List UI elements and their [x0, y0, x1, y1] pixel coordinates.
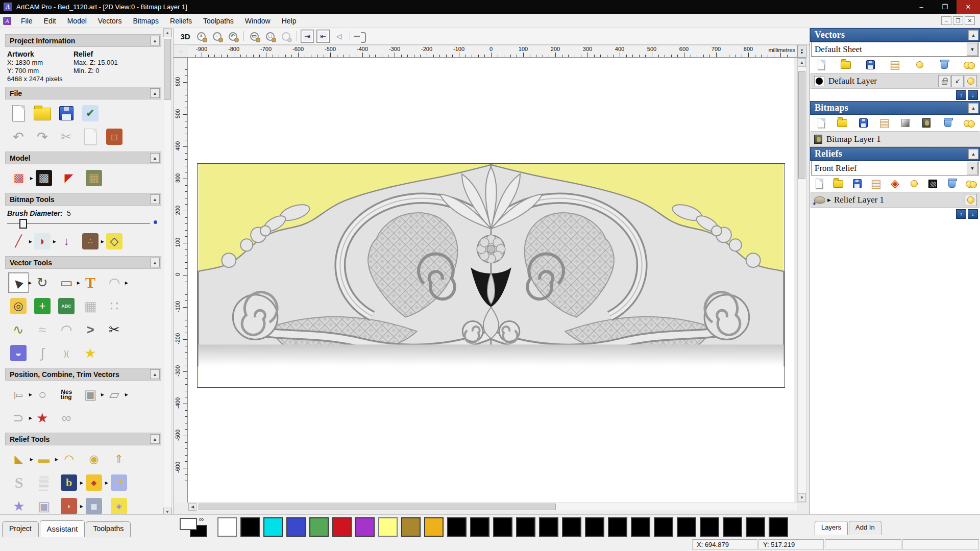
brush-diameter-slider[interactable]	[7, 218, 157, 229]
offset-vectors-button[interactable]: ◒	[8, 343, 29, 363]
create-vector-text-button[interactable]: ABC	[56, 296, 77, 316]
collapse-section-button[interactable]: ▲	[150, 194, 160, 204]
primary-colour[interactable]	[180, 518, 197, 530]
merge-relief-layers-button[interactable]: ▤	[870, 178, 882, 190]
zoom-to-box-button[interactable]: ▭	[248, 30, 261, 43]
zoom-to-selection-button[interactable]	[279, 30, 292, 43]
collapse-section-button[interactable]: ▲	[150, 36, 160, 45]
new-vector-layer-button[interactable]	[815, 59, 827, 71]
lock-layer-button[interactable]	[938, 75, 950, 87]
save-relief-layer-button[interactable]	[851, 178, 863, 190]
texture-relief-button[interactable]: ▦	[83, 495, 105, 517]
tab-toolpaths[interactable]: Toolpaths	[86, 521, 131, 537]
paste-along-curve-button[interactable]: ∷	[104, 296, 125, 316]
flyout-arrow-icon[interactable]: ▶	[29, 281, 32, 285]
vertical-scrollbar[interactable]: ▲ ▼	[797, 58, 806, 503]
envelope-distortion-button[interactable]: ▦	[80, 296, 101, 316]
create-star-button[interactable]: ★	[80, 343, 101, 363]
zero-plane-button[interactable]: ▬▶	[33, 448, 55, 470]
sheet-dropdown[interactable]: Default Sheet ▼	[811, 42, 979, 57]
mdi-close-button[interactable]: ✕	[965, 16, 975, 25]
scrollbar-thumb[interactable]	[199, 504, 556, 510]
palette-swatch-4[interactable]	[309, 517, 329, 537]
tab-add-in[interactable]: Add In	[849, 521, 881, 535]
scroll-left-button[interactable]: ◀	[188, 503, 197, 511]
mdi-restore-button[interactable]: ❐	[953, 16, 963, 25]
carve-relief-button[interactable]: ◗▶	[58, 495, 80, 517]
weave-wizard-button[interactable]: ▒	[33, 472, 55, 493]
ruler-options-button[interactable]: ▼▼	[797, 45, 806, 58]
palette-swatch-10[interactable]	[447, 517, 467, 537]
create-arc-button[interactable]: >	[80, 319, 101, 340]
relief-layer-row[interactable]: ▶ Relief Layer 1	[811, 192, 979, 208]
palette-swatch-9[interactable]	[424, 517, 444, 537]
star-wizard-button[interactable]: ★	[8, 495, 30, 517]
maximize-button[interactable]: ❐	[933, 0, 957, 14]
layer-visibility-button[interactable]	[965, 194, 977, 206]
merge-vector-layers-button[interactable]: ▤	[889, 59, 901, 71]
palette-swatch-12[interactable]	[493, 517, 512, 537]
model-options-button[interactable]: ✔	[80, 103, 101, 123]
link-colours-icon[interactable]: ∞	[199, 515, 204, 523]
tab-assistant[interactable]: Assistant	[40, 520, 85, 537]
paste-button[interactable]: ▤	[104, 127, 125, 147]
relief-thumbnail-button[interactable]	[927, 178, 939, 190]
flyout-arrow-icon[interactable]: ▶	[125, 281, 128, 285]
join-vectors-button[interactable]: ⊃▶	[8, 408, 29, 428]
bitmap-layer-row[interactable]: Bitmap Layer 1	[811, 131, 979, 147]
wrap-relief-button[interactable]: ↷	[108, 472, 130, 493]
open-bitmap-layer-button[interactable]	[836, 117, 848, 129]
menu-model[interactable]: Model	[62, 15, 92, 27]
vector-layer-row[interactable]: Default Layer ↙	[811, 73, 979, 89]
snap-layer-button[interactable]: ↙	[951, 75, 964, 87]
shape-editor-button[interactable]: b▶	[58, 472, 80, 493]
move-layer-up-button[interactable]: ↑	[956, 209, 966, 219]
expand-arrow-icon[interactable]: ▶	[827, 197, 831, 203]
collapse-section-button[interactable]: ▲	[150, 153, 160, 163]
cut-button[interactable]: ✂	[56, 127, 77, 147]
zoom-previous-button[interactable]: ↶	[226, 30, 239, 43]
bitmap-to-vector-button[interactable]: ◇	[104, 231, 125, 252]
open-model-button[interactable]	[32, 103, 53, 123]
palette-swatch-5[interactable]	[332, 517, 352, 537]
offset-relief-button[interactable]: ◆▶	[83, 472, 105, 493]
slider-handle[interactable]	[19, 219, 27, 229]
menu-window[interactable]: Window	[239, 15, 276, 27]
copy-relief-button[interactable]: ▣	[33, 495, 55, 517]
collapse-section-button[interactable]: ▲	[150, 88, 160, 98]
slider-track[interactable]	[7, 223, 150, 224]
flyout-arrow-icon[interactable]: ▶	[125, 392, 128, 397]
lighting-material-button[interactable]: ◤	[58, 167, 80, 189]
palette-swatch-17[interactable]	[608, 517, 627, 537]
relief-set-dropdown[interactable]: Front Relief ▼	[811, 161, 979, 176]
new-model-button[interactable]	[8, 103, 29, 123]
paint-brush-button[interactable]: ╱▶	[8, 231, 29, 252]
palette-swatch-6[interactable]	[355, 517, 375, 537]
menu-file[interactable]: File	[15, 15, 38, 27]
collapse-section-button[interactable]: ▲	[968, 103, 978, 113]
copy-button[interactable]	[80, 127, 101, 147]
nesting-button[interactable]: Nesting	[56, 384, 77, 405]
dropdown-arrow-icon[interactable]: ▼	[967, 162, 978, 174]
zoom-to-fit-button[interactable]: □	[263, 30, 277, 43]
palette-swatch-21[interactable]	[700, 517, 719, 537]
calculate-relief-button[interactable]: ◣▶	[8, 448, 30, 470]
scrollbar-thumb[interactable]	[164, 39, 171, 100]
delete-relief-layer-button[interactable]	[946, 178, 958, 190]
palette-swatch-0[interactable]	[217, 517, 237, 537]
redo-button[interactable]: ↷	[32, 127, 53, 147]
sculpt-smooth-button[interactable]: S	[8, 472, 30, 493]
transform-vectors-button[interactable]: ↻	[32, 272, 53, 293]
horizontal-scrollbar[interactable]: ◀	[188, 503, 797, 511]
zoom-in-button[interactable]: +	[194, 30, 208, 43]
palette-swatch-16[interactable]	[585, 517, 604, 537]
align-vectors-button[interactable]: |▭▶	[8, 384, 29, 405]
palette-swatch-8[interactable]	[401, 517, 421, 537]
toggle-bitmap-view-button[interactable]: ⇥	[301, 30, 314, 43]
assistant-scrollbar[interactable]: ▲ ▼	[163, 28, 172, 517]
palette-swatch-24[interactable]	[769, 517, 788, 537]
bitmap-image-button[interactable]	[920, 117, 933, 129]
greyscale-model-button[interactable]: ▩▶	[8, 167, 30, 189]
move-layer-up-button[interactable]: ↑	[956, 90, 966, 100]
close-button[interactable]: ✕	[957, 0, 980, 14]
